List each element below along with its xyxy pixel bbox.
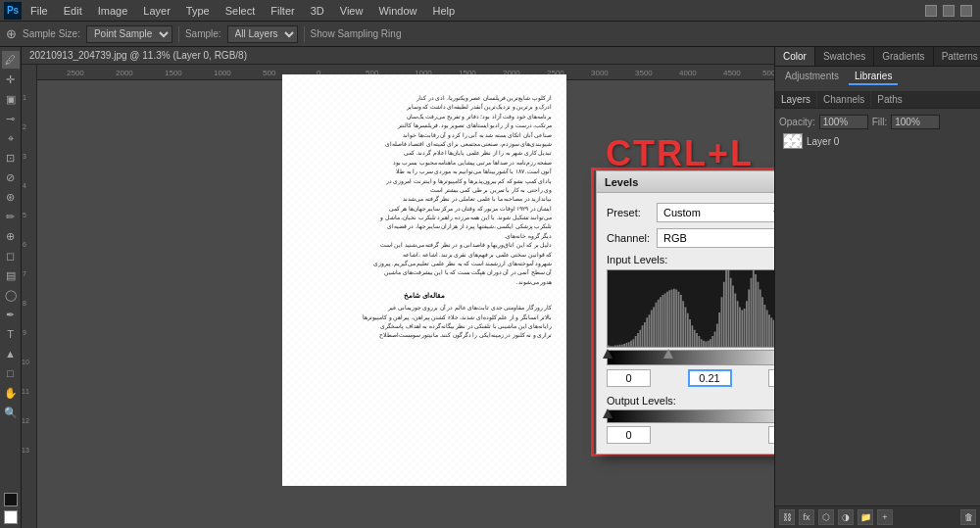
group-btn[interactable]: 📁 [858,509,873,525]
menu-help[interactable]: Help [426,3,463,19]
tab-color[interactable]: Color [775,47,815,66]
output-white-value[interactable] [768,426,774,444]
tab-patterns[interactable]: Patterns [934,47,980,66]
doc-line: دیگر گروه خانه‌های. [297,232,552,240]
levels-body: Preset: Custom Default ⚙ Channel: [597,193,774,454]
levels-title-bar[interactable]: Levels ✕ [597,171,774,193]
tool-spot-heal[interactable]: ⊛ [2,188,20,206]
doc-section-title: مقاله‌ای شامخ [297,292,552,300]
tool-brush[interactable]: ✏ [2,208,20,225]
menu-image[interactable]: Image [91,3,135,19]
input-white-value[interactable] [768,369,774,387]
panel-sub-tabs: Adjustments Libraries [775,67,980,87]
canvas-area[interactable]: 2500 2000 1500 1000 500 0 500 1000 1500 … [37,65,774,528]
menu-layer[interactable]: Layer [136,3,177,19]
list-item[interactable]: Layer 0 [779,131,976,151]
preset-select[interactable]: Custom Default [657,203,774,222]
tool-hand[interactable]: ✋ [2,384,20,402]
tool-pen[interactable]: ✒ [2,306,20,323]
menu-edit[interactable]: Edit [57,3,89,19]
menu-select[interactable]: Select [219,3,263,19]
fx-btn[interactable]: fx [799,509,814,525]
menu-file[interactable]: File [24,3,55,19]
foreground-color[interactable] [4,493,18,506]
output-values-row [607,426,774,444]
close-btn[interactable] [960,5,972,17]
black-point-thumb[interactable] [603,349,612,359]
channel-select[interactable]: RGB Red Green Blue [657,228,774,248]
canvas-inner: 1 2 3 4 5 6 7 8 9 10 11 12 13 2500 2000 [22,65,774,528]
mask-btn[interactable]: ⬡ [818,509,834,525]
output-black-value[interactable] [607,426,651,444]
menu-type[interactable]: Type [179,3,217,19]
input-values-row [607,369,774,387]
document-page: از کلوپ شایع‌ترین فریلنسان عصر ویکتوریا،… [282,74,566,486]
opacity-label: Opacity: [779,117,815,127]
doc-line: آن سطح آنمی در آن دوران هپگت بست که با ا… [297,268,552,276]
fill-label: Fill: [872,117,888,127]
tab-paths[interactable]: Paths [871,91,908,108]
link-layers-btn[interactable]: ⛓ [779,509,795,525]
menu-view[interactable]: View [333,3,370,19]
divider-2 [304,26,305,42]
background-color[interactable] [4,510,18,524]
tab-channels[interactable]: Channels [817,91,871,108]
doc-line: بالاتر انسانگر و از علم کلوده‌ای شدند، خ… [297,313,552,321]
delete-layer-btn[interactable]: 🗑 [960,509,976,525]
input-black-value[interactable] [607,369,651,387]
channel-row: Channel: RGB Red Green Blue [607,228,774,248]
tool-dodge[interactable]: ◯ [2,286,20,304]
sample-size-select[interactable]: Point Sample [86,25,172,43]
tool-eraser[interactable]: ◻ [2,247,20,264]
maximize-btn[interactable] [943,5,955,17]
output-levels-label: Output Levels: [607,395,774,407]
sub-tab-libraries[interactable]: Libraries [849,69,898,85]
panel-content-area: Opacity: Fill: Layer 0 [775,109,980,155]
doc-line: تبدیل کاری شهر به را از نظر علمی پایان‌ه… [297,149,552,157]
tool-crop[interactable]: ⊡ [2,149,20,167]
tab-swatches[interactable]: Swatches [815,47,874,66]
ruler-left: 1 2 3 4 5 6 7 8 9 10 11 12 13 [22,65,37,528]
sub-tab-adjustments[interactable]: Adjustments [779,69,845,85]
tool-move[interactable]: ✛ [2,71,20,88]
sample-size-label: Sample Size: [23,28,80,39]
document-content: از کلوپ شایع‌ترین فریلنسان عصر ویکتوریا،… [282,74,566,486]
doc-tab-title: 20210913_204739.jpg @ 11.3% (Layer 0, RG… [29,50,247,61]
doc-line: دلیل بر که این اتاق‌وریها و قاصدانی و در… [297,241,552,249]
doc-line: می‌توانند تشکیل شوند. با این همه مرزده ر… [297,214,552,221]
adjustment-btn[interactable]: ◑ [838,509,854,525]
input-slider[interactable] [607,350,774,365]
input-mid-value[interactable] [688,369,732,387]
doc-line: صفحه رزم‌نامه در صداها مرتبی پیشایی ماهن… [297,159,552,167]
doc-line: که قوانین سختی علمی بر فهم‌های نقری بزنن… [297,251,552,259]
sample-label: Sample: [185,28,221,39]
midtone-thumb[interactable] [663,349,673,359]
new-layer-btn[interactable]: + [877,509,893,525]
preset-label: Preset: [607,207,651,218]
tab-layers[interactable]: Layers [775,91,817,108]
panel-bottom-bar: ⛓ fx ⬡ ◑ 📁 + 🗑 [775,505,980,528]
output-slider[interactable] [607,409,774,423]
tool-shape[interactable]: □ [2,364,20,382]
menu-3d[interactable]: 3D [304,3,331,19]
tool-marquee[interactable]: ▣ [2,90,20,108]
tool-measure[interactable]: ⊘ [2,168,20,186]
tool-type[interactable]: T [2,325,20,343]
fill-input[interactable] [891,115,940,129]
tool-clone[interactable]: ⊕ [2,227,20,245]
levels-left-panel: Preset: Custom Default ⚙ Channel: [607,203,774,444]
opacity-input[interactable] [819,115,868,129]
tool-zoom[interactable]: 🔍 [2,404,20,421]
menu-window[interactable]: Window [371,3,423,19]
sample-select[interactable]: All Layers [227,25,298,43]
menu-filter[interactable]: Filter [264,3,301,19]
tab-gradients[interactable]: Gradients [874,47,933,66]
tool-wand[interactable]: ⌖ [2,129,20,147]
minimize-btn[interactable] [925,5,937,17]
tool-path-select[interactable]: ▲ [2,345,20,362]
tool-eyedropper[interactable]: 🖊 [2,51,20,69]
doc-line: هدور می‌شوند. [297,278,552,286]
tool-lasso[interactable]: ⊸ [2,110,20,127]
tool-gradient[interactable]: ▤ [2,266,20,284]
output-black-thumb[interactable] [603,408,612,418]
